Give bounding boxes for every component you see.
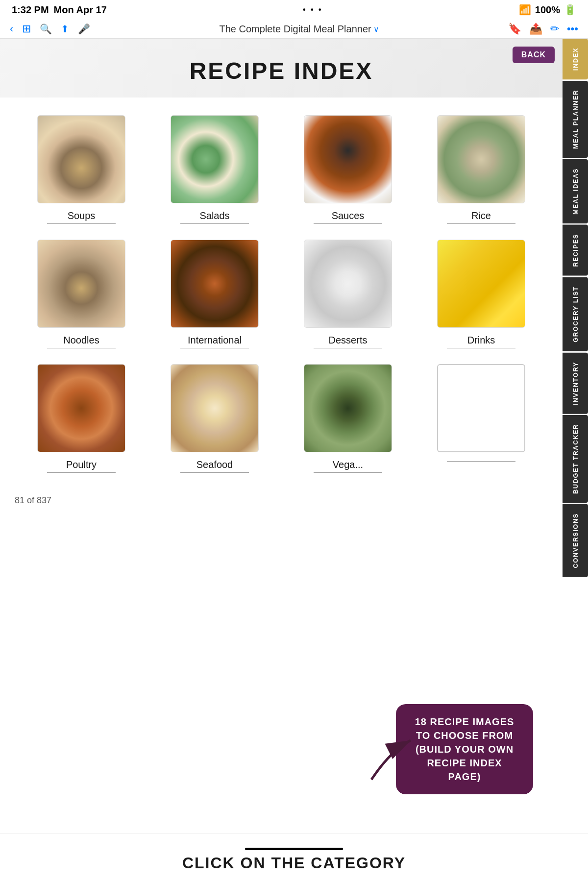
recipe-category-salads[interactable]: Salads bbox=[148, 107, 281, 232]
recipe-category-vegan[interactable]: Vega... bbox=[281, 356, 415, 481]
recipe-category-empty[interactable] bbox=[415, 356, 548, 481]
nav-right: 🔖 📤 ✏ ••• bbox=[508, 23, 578, 35]
page-number: 81 of 837 bbox=[15, 495, 51, 506]
battery-icon: 🔋 bbox=[564, 4, 576, 16]
status-left: 1:32 PM Mon Apr 17 bbox=[12, 4, 107, 16]
recipe-label-sauces: Sauces bbox=[314, 210, 382, 224]
search-icon[interactable]: 🔍 bbox=[40, 23, 52, 35]
page-title: RECIPE INDEX bbox=[190, 57, 373, 84]
sidebar-tab-grocery-list[interactable]: GROCERY LIST bbox=[563, 277, 588, 351]
recipe-image-drinks bbox=[437, 240, 525, 328]
annotate-icon[interactable]: ✏ bbox=[550, 23, 559, 35]
recipe-image-rice bbox=[437, 115, 525, 203]
tooltip-text: 18 RECIPE IMAGES TO CHOOSE FROM (BUILD Y… bbox=[415, 716, 514, 782]
sidebar-tab-recipes[interactable]: RECIPES bbox=[563, 225, 588, 276]
center-dots: • • • bbox=[303, 5, 323, 14]
date: Mon Apr 17 bbox=[54, 4, 107, 16]
sidebar-tab-inventory[interactable]: INVENTORY bbox=[563, 353, 588, 414]
recipe-category-desserts[interactable]: Desserts bbox=[281, 232, 415, 356]
mic-icon[interactable]: 🎤 bbox=[78, 23, 90, 35]
scroll-indicator bbox=[245, 848, 343, 850]
back-nav-icon[interactable]: ‹ bbox=[10, 23, 13, 35]
recipe-category-seafood[interactable]: Seafood bbox=[148, 356, 281, 481]
back-button[interactable]: BACK bbox=[513, 47, 555, 63]
recipe-label-noodles: Noodles bbox=[47, 335, 116, 348]
bottom-section: CLICK ON THE CATEGORY bbox=[0, 833, 588, 882]
grid-view-icon[interactable]: ⊞ bbox=[22, 23, 31, 35]
recipe-label-vegan: Vega... bbox=[314, 459, 382, 473]
share-icon[interactable]: ⬆ bbox=[61, 23, 69, 35]
recipe-label-desserts: Desserts bbox=[314, 335, 382, 348]
recipe-category-rice[interactable]: Rice bbox=[415, 107, 548, 232]
sidebar-tab-budget-tracker[interactable]: BUDGET TRACKER bbox=[563, 415, 588, 503]
recipe-label-drinks: Drinks bbox=[447, 335, 515, 348]
recipe-image-vegan bbox=[304, 364, 392, 452]
main-content: RECIPE INDEX BACK SoupsSaladsSaucesRiceN… bbox=[0, 39, 588, 833]
recipe-image-noodles bbox=[37, 240, 125, 328]
more-icon[interactable]: ••• bbox=[567, 23, 578, 35]
status-bar: 1:32 PM Mon Apr 17 • • • 📶 100% 🔋 bbox=[0, 0, 588, 20]
sidebar-tab-index[interactable]: INDEX bbox=[563, 39, 588, 79]
nav-chevron: ∨ bbox=[373, 24, 379, 34]
recipe-image-seafood bbox=[171, 364, 259, 452]
recipe-label-international: International bbox=[180, 335, 249, 348]
recipe-label-poultry: Poultry bbox=[47, 459, 116, 473]
recipe-label-rice: Rice bbox=[447, 210, 515, 224]
status-right: 📶 100% 🔋 bbox=[519, 4, 576, 16]
recipe-category-drinks[interactable]: Drinks bbox=[415, 232, 548, 356]
recipe-label-salads: Salads bbox=[180, 210, 249, 224]
right-sidebar: INDEXMEAL PLANNERMEAL IDEASRECIPESGROCER… bbox=[563, 39, 588, 833]
page-content: RECIPE INDEX BACK SoupsSaladsSaucesRiceN… bbox=[0, 39, 563, 833]
export-icon[interactable]: 📤 bbox=[529, 23, 542, 35]
recipe-category-sauces[interactable]: Sauces bbox=[281, 107, 415, 232]
recipe-category-poultry[interactable]: Poultry bbox=[15, 356, 148, 481]
nav-title-text: The Complete Digital Meal Planner bbox=[220, 24, 371, 35]
battery-text: 100% bbox=[535, 4, 560, 16]
recipe-category-noodles[interactable]: Noodles bbox=[15, 232, 148, 356]
status-dots: • • • bbox=[303, 5, 323, 14]
recipe-image-international bbox=[171, 240, 259, 328]
recipe-category-international[interactable]: International bbox=[148, 232, 281, 356]
recipe-image-empty bbox=[437, 364, 525, 452]
recipe-label-soups: Soups bbox=[47, 210, 116, 224]
tooltip-arrow bbox=[362, 731, 420, 789]
sidebar-tab-conversions[interactable]: CONVERSIONS bbox=[563, 504, 588, 577]
bookmark-icon[interactable]: 🔖 bbox=[508, 23, 521, 35]
nav-title: The Complete Digital Meal Planner ∨ bbox=[220, 24, 379, 35]
bottom-cta: CLICK ON THE CATEGORY bbox=[10, 854, 578, 872]
recipe-image-soups bbox=[37, 115, 125, 203]
nav-bar: ‹ ⊞ 🔍 ⬆ 🎤 The Complete Digital Meal Plan… bbox=[0, 20, 588, 39]
recipe-label-seafood: Seafood bbox=[180, 459, 249, 473]
recipe-image-poultry bbox=[37, 364, 125, 452]
sidebar-tab-meal-planner[interactable]: MEAL PLANNER bbox=[563, 81, 588, 158]
device-frame: 1:32 PM Mon Apr 17 • • • 📶 100% 🔋 ‹ ⊞ 🔍 … bbox=[0, 0, 588, 882]
recipe-image-salads bbox=[171, 115, 259, 203]
page-header: RECIPE INDEX BACK bbox=[0, 39, 563, 98]
page-footer: 81 of 837 bbox=[0, 490, 563, 511]
recipe-image-desserts bbox=[304, 240, 392, 328]
recipe-category-soups[interactable]: Soups bbox=[15, 107, 148, 232]
nav-left: ‹ ⊞ 🔍 ⬆ 🎤 bbox=[10, 23, 90, 35]
sidebar-tab-meal-ideas[interactable]: MEAL IDEAS bbox=[563, 159, 588, 223]
wifi-icon: 📶 bbox=[519, 4, 531, 16]
recipe-grid: SoupsSaladsSaucesRiceNoodlesInternationa… bbox=[0, 98, 563, 490]
recipe-image-sauces bbox=[304, 115, 392, 203]
time: 1:32 PM bbox=[12, 4, 49, 16]
recipe-label-empty bbox=[447, 459, 515, 462]
